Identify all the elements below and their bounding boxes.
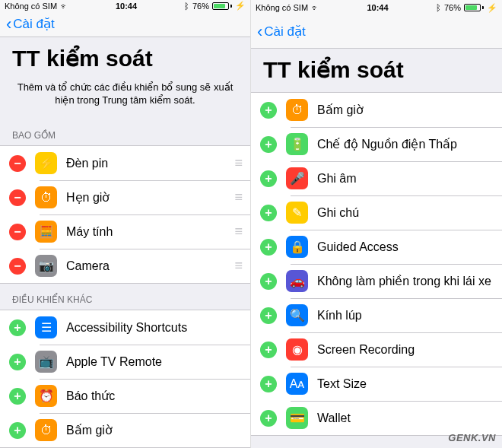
- watermark: GENK.VN: [448, 432, 496, 443]
- drag-handle-icon[interactable]: ≡: [234, 189, 241, 205]
- remove-button[interactable]: −: [9, 189, 26, 206]
- item-label: Ghi chú: [317, 206, 493, 220]
- add-button[interactable]: +: [9, 422, 26, 439]
- list-item[interactable]: + 🔋 Chế độ Nguồn điện Thấp: [251, 127, 502, 161]
- add-button[interactable]: +: [9, 354, 26, 370]
- list-item[interactable]: + ⏰ Báo thức: [0, 379, 250, 413]
- item-label: Guided Access: [317, 240, 493, 254]
- chevron-left-icon: ‹: [257, 24, 262, 40]
- drag-handle-icon[interactable]: ≡: [234, 258, 241, 274]
- carrier-text: Không có SIM: [5, 2, 57, 11]
- list-item[interactable]: + 📺 Apple TV Remote: [0, 345, 250, 379]
- remove-button[interactable]: −: [9, 258, 26, 275]
- list-item[interactable]: − ⚡ Đèn pin ≡: [0, 146, 250, 180]
- add-button[interactable]: +: [9, 388, 26, 405]
- stopwatch-icon: ⏱: [35, 419, 57, 441]
- page-desc: Thêm và tổ chức các điều khiển bổ sung s…: [0, 76, 250, 119]
- magnifier-icon: 🔍: [286, 304, 308, 326]
- phone-right: Không có SIM ᯤ 10:44 ᛒ 76% ⚡ ‹ Cài đặt T…: [251, 0, 502, 448]
- item-label: Không làm phiền trong khi lái xe: [317, 274, 493, 288]
- nav-bar: ‹ Cài đặt: [0, 11, 250, 37]
- page-title: TT kiểm soát: [251, 49, 502, 87]
- item-label: Bấm giờ: [317, 103, 493, 117]
- screen-recording-icon: ◉: [286, 338, 308, 361]
- list-item[interactable]: − 🧮 Máy tính ≡: [0, 214, 250, 249]
- status-time: 10:44: [367, 3, 388, 12]
- battery-pct: 76%: [444, 3, 461, 12]
- stopwatch-icon: ⏱: [286, 99, 308, 121]
- item-label: Chế độ Nguồn điện Thấp: [317, 137, 493, 151]
- list-item[interactable]: + Aᴀ Text Size: [251, 367, 502, 401]
- add-button[interactable]: +: [260, 205, 277, 221]
- accessibility-icon: ☰: [35, 316, 57, 338]
- item-label: Screen Recording: [317, 343, 493, 357]
- included-list: − ⚡ Đèn pin ≡ − ⏱ Hẹn giờ ≡ − 🧮 Máy tính…: [0, 145, 250, 284]
- battery-icon: [212, 2, 232, 10]
- list-item[interactable]: + ◉ Screen Recording: [251, 332, 502, 367]
- section-header-included: BAO GỒM: [0, 119, 250, 145]
- wifi-icon: ᯤ: [60, 2, 68, 11]
- list-item[interactable]: + ⏱ Bấm giờ: [251, 93, 502, 127]
- item-label: Kính lúp: [317, 309, 493, 322]
- list-item[interactable]: + ⏱ Bấm giờ: [0, 413, 250, 447]
- phone-left: Không có SIM ᯤ 10:44 ᛒ 76% ⚡ ‹ Cài đặt T…: [0, 0, 251, 448]
- add-button[interactable]: +: [260, 307, 277, 324]
- add-button[interactable]: +: [9, 319, 26, 336]
- item-label: Máy tính: [66, 225, 228, 239]
- list-item[interactable]: + ✎ Ghi chú: [251, 195, 502, 230]
- wifi-icon: ᯤ: [311, 3, 319, 12]
- add-button[interactable]: +: [260, 273, 277, 290]
- alarm-icon: ⏰: [35, 385, 57, 407]
- drag-handle-icon[interactable]: ≡: [234, 155, 241, 171]
- back-label: Cài đặt: [264, 24, 305, 40]
- timer-icon: ⏱: [35, 186, 57, 208]
- item-label: Accessibility Shortcuts: [66, 321, 241, 335]
- item-label: Ghi âm: [317, 172, 493, 186]
- list-item[interactable]: + ☰ Accessibility Shortcuts: [0, 310, 250, 345]
- item-label: Hẹn giờ: [66, 190, 228, 205]
- bluetooth-icon: ᛒ: [436, 3, 441, 12]
- item-label: Apple TV Remote: [66, 355, 241, 369]
- add-button[interactable]: +: [260, 102, 277, 119]
- add-button[interactable]: +: [260, 239, 277, 256]
- item-label: Bấm giờ: [66, 423, 241, 437]
- notes-icon: ✎: [286, 202, 308, 224]
- status-bar: Không có SIM ᯤ 10:44 ᛒ 76% ⚡: [0, 0, 250, 11]
- add-button[interactable]: +: [260, 342, 277, 358]
- battery-pct: 76%: [192, 2, 209, 11]
- carrier-text: Không có SIM: [256, 3, 308, 12]
- add-button[interactable]: +: [260, 410, 277, 427]
- calculator-icon: 🧮: [35, 221, 57, 243]
- item-label: Wallet: [317, 411, 493, 425]
- chevron-left-icon: ‹: [6, 16, 11, 33]
- remove-button[interactable]: −: [9, 224, 26, 240]
- item-label: Đèn pin: [66, 157, 228, 170]
- list-item[interactable]: + 🔍 Kính lúp: [251, 298, 502, 332]
- more-list: + ⏱ Bấm giờ + 🔋 Chế độ Nguồn điện Thấp +…: [251, 92, 502, 436]
- status-time: 10:44: [116, 2, 137, 11]
- list-item[interactable]: + 💳 Wallet: [251, 401, 502, 435]
- bluetooth-icon: ᛒ: [184, 2, 189, 11]
- item-label: Text Size: [317, 377, 493, 391]
- list-item[interactable]: + 🎤 Ghi âm: [251, 161, 502, 195]
- list-item[interactable]: − ⏱ Hẹn giờ ≡: [0, 180, 250, 214]
- status-bar: Không có SIM ᯤ 10:44 ᛒ 76% ⚡: [251, 0, 502, 15]
- remove-button[interactable]: −: [9, 155, 26, 172]
- charging-icon: ⚡: [487, 3, 497, 13]
- nav-bar: ‹ Cài đặt: [251, 15, 502, 49]
- back-button[interactable]: ‹ Cài đặt: [6, 16, 55, 33]
- add-button[interactable]: +: [260, 376, 277, 392]
- drag-handle-icon[interactable]: ≡: [234, 224, 241, 240]
- list-item[interactable]: + 🚗 Không làm phiền trong khi lái xe: [251, 264, 502, 298]
- dnd-driving-icon: 🚗: [286, 270, 308, 292]
- voice-memo-icon: 🎤: [286, 167, 308, 189]
- list-item[interactable]: − 📷 Camera ≡: [0, 249, 250, 283]
- add-button[interactable]: +: [260, 170, 277, 187]
- back-button[interactable]: ‹ Cài đặt: [257, 24, 306, 40]
- add-button[interactable]: +: [260, 136, 277, 153]
- item-label: Camera: [66, 259, 228, 273]
- back-label: Cài đặt: [13, 16, 54, 32]
- page-title: TT kiểm soát: [0, 37, 250, 76]
- list-item[interactable]: + 🔒 Guided Access: [251, 230, 502, 264]
- more-list: + ☰ Accessibility Shortcuts + 📺 Apple TV…: [0, 310, 250, 448]
